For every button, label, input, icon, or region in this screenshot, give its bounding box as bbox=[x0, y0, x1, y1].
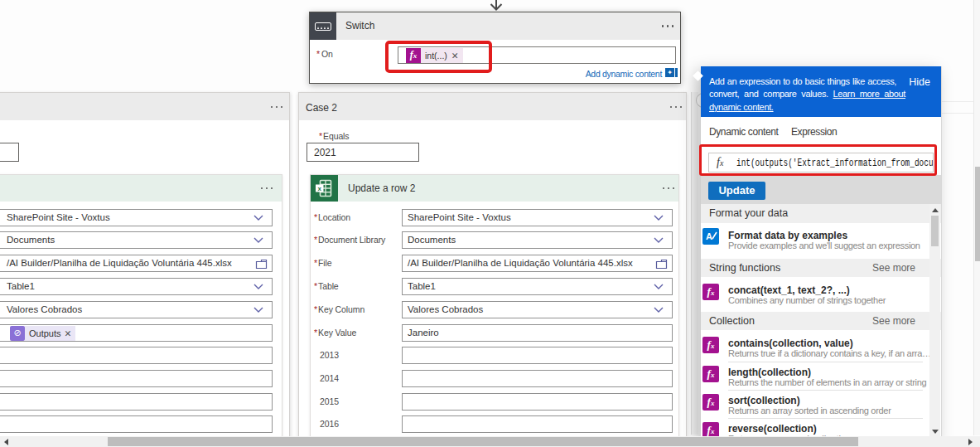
svg-text:x: x bbox=[317, 185, 321, 192]
svg-text:A: A bbox=[706, 231, 712, 241]
